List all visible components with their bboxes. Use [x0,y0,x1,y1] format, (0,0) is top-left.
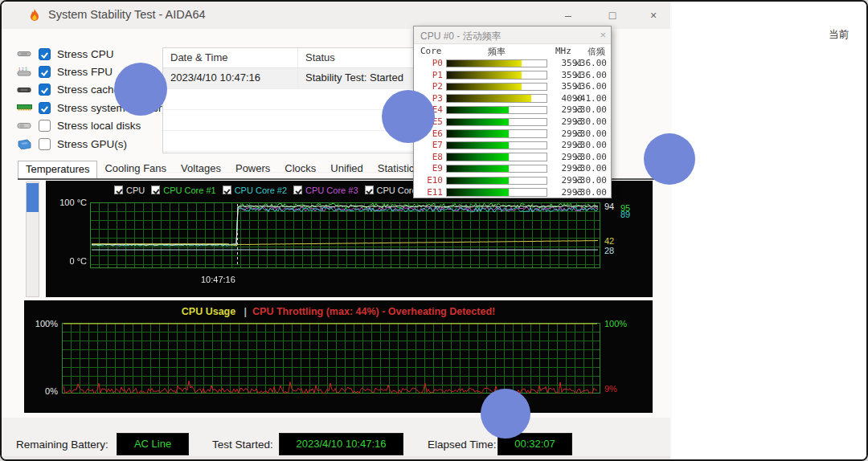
stress-option-row: Stress cache [16,82,120,98]
ratio-value: x36.00 [557,70,607,80]
core-label: P2 [414,81,443,92]
tab-clocks[interactable]: Clocks [277,161,323,178]
legend-checkbox[interactable] [293,186,302,194]
frequency-bar-fill [447,71,522,79]
tab-bar: TemperaturesCooling FansVoltagesPowersCl… [18,161,427,178]
close-icon[interactable]: × [641,6,665,24]
core-label: P1 [414,70,443,80]
stress-option-label: Stress CPU [57,48,114,60]
stress-option-checkbox[interactable] [39,138,51,150]
chart-value-label: 42 [604,236,614,246]
chart-value-label: 89 [620,210,630,219]
tab-cooling-fans[interactable]: Cooling Fans [97,161,174,178]
ratio-value: x36.00 [557,58,607,68]
legend-label: CPU Core #2 [235,186,287,195]
legend-checkbox[interactable] [114,186,123,194]
popup-core-row: E42993x30.00 [414,104,611,116]
remaining-battery-value: AC Line [117,433,189,455]
legend-label: CPU Core #3 [305,186,358,195]
popup-core-row: E112993x30.00 [414,187,611,199]
ratio-value: x30.00 [557,140,607,150]
frequency-bar [446,141,547,150]
popup-core-row: E102993x30.00 [414,175,611,187]
memory-module-icon [16,104,32,112]
legend-checkbox[interactable] [151,186,160,194]
stress-option-row: 123Stress FPU [16,63,113,80]
stress-option-label: Stress GPU(s) [57,138,127,150]
aida64-titlebar: System Stability Test - AIDA64 – □ × [2,2,670,29]
legend-label: CPU Core #1 [163,186,215,195]
log-cell-datetime: 2023/4/10 10:47:16 [163,68,298,88]
popup-column-headers: Core 频率 MHz 倍频 [414,46,611,57]
chart-value-label: 100% [604,319,627,328]
frequency-bar-fill [447,95,531,102]
window-title: System Stability Test - AIDA64 [48,8,206,21]
popup-core-row: P03591x36.00 [414,58,611,70]
ratio-value: x30.00 [557,129,607,139]
frequency-bar-fill [447,130,509,137]
stress-option-checkbox[interactable] [39,66,51,78]
frequency-bar-fill [447,177,509,185]
frequency-bar [446,118,547,127]
frequency-bar [446,153,547,161]
minimize-icon[interactable]: – [556,6,580,24]
stress-option-checkbox[interactable] [39,84,51,96]
cpu-usage-chart-title: CPU Usage | CPU Throttling (max: 44%) - … [24,306,653,317]
annotation-circle [114,63,167,116]
stress-option-checkbox[interactable] [39,120,51,132]
elapsed-time-label: Elapsed Time: [428,439,497,451]
popup-col-mhz: MHz [555,46,571,56]
stress-option-row: Stress CPU [16,46,114,62]
chart-scrollbar-thumb[interactable] [27,183,39,212]
hwinfo-window: HWiNFO64 v7.36-4960 - 传感器状态 传感器 当前 CPU [… [672,2,868,461]
tab-temperatures[interactable]: Temperatures [18,161,97,178]
tab-unified[interactable]: Unified [323,161,370,178]
frequency-bar-fill [447,189,509,196]
popup-col-ratio: 倍频 [588,46,605,58]
ratio-value: x36.00 [557,81,607,92]
test-started-label: Test Started: [212,439,273,451]
y-axis-bottom-label: 0 °C [50,256,87,266]
popup-core-row: E82993x30.00 [414,152,611,164]
flame-icon [27,8,42,26]
stress-option-row: Stress local disks [16,118,141,134]
ratio-value: x41.00 [557,93,607,104]
frequency-bar [446,106,547,115]
core-label: E11 [414,187,443,198]
chart-title-part: CPU Usage [182,306,239,317]
popup-close-icon[interactable]: × [600,29,606,41]
y-axis-top-label: 100 °C [50,198,87,207]
legend-item: CPU Core #2 [223,186,287,195]
tab-voltages[interactable]: Voltages [174,161,228,178]
frequency-bar-fill [447,60,522,67]
ratio-value: x30.00 [557,187,607,198]
legend-checkbox[interactable] [365,186,374,194]
fpu-chip-icon: 123 [16,67,32,77]
frequency-bar-fill [447,142,509,149]
stress-option-label: Stress local disks [57,120,141,132]
frequency-bar [446,71,547,80]
core-label: E10 [414,175,443,186]
tab-powers[interactable]: Powers [228,161,277,178]
stress-option-checkbox[interactable] [39,48,51,60]
popup-core-row: E92993x30.00 [414,163,611,175]
maximize-icon[interactable]: □ [600,6,624,24]
legend-item: CPU Core #3 [293,186,358,195]
ratio-value: x30.00 [557,163,607,173]
legend-label: CPU [126,186,145,195]
popup-core-row: E72993x30.00 [414,140,611,152]
core-label: E7 [414,140,443,150]
popup-core-row: P23591x36.00 [414,81,611,93]
core-label: P0 [414,58,443,68]
stress-option-checkbox[interactable] [39,102,51,114]
cpu-usage-chart-canvas [62,323,600,394]
legend-item: CPU Core #1 [151,186,215,195]
disk-icon [17,122,31,129]
frequency-bar [446,83,547,92]
cpu-chip-icon [16,50,32,58]
chart-value-label: 28 [604,246,614,255]
annotation-circle [644,133,695,185]
legend-item: CPU [114,186,145,195]
legend-checkbox[interactable] [223,186,231,194]
frequency-bar [446,94,547,103]
